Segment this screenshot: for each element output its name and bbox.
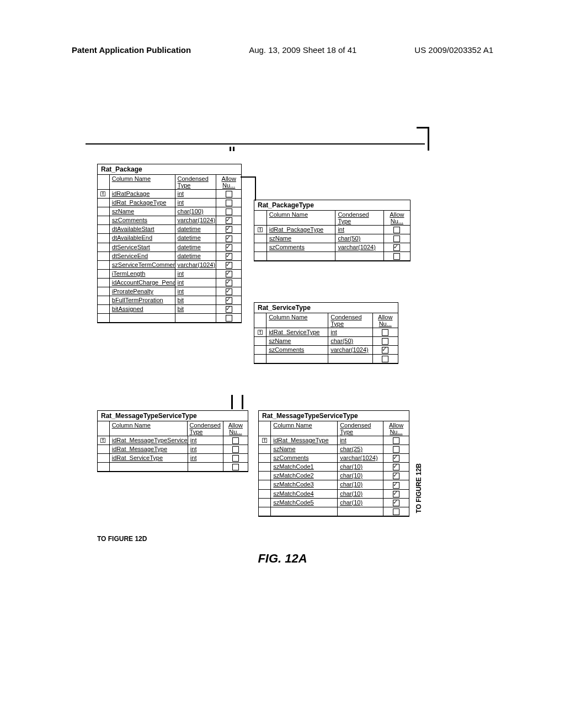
table-header-row: Column Name Condensed Type Allow Nu...: [254, 211, 410, 226]
checkbox-icon: [226, 280, 232, 286]
key-icon: [262, 437, 268, 443]
frame-right: [424, 143, 425, 538]
table-title: Rat_MessageTypeServiceType: [98, 411, 248, 421]
checkbox-icon: [226, 191, 232, 197]
checkbox-icon: [226, 217, 232, 224]
table-row: szMatchCode3 char(10): [259, 480, 409, 489]
connector: [241, 176, 256, 178]
table-rat-msgst-right: Rat_MessageTypeServiceType Column Name C…: [258, 410, 409, 517]
checkbox-icon: [393, 446, 399, 453]
page-header: Patent Application Publication Aug. 13, …: [0, 45, 565, 55]
checkbox-icon: [232, 464, 239, 470]
table-row: szMatchCode4 char(10): [259, 490, 409, 499]
checkbox-icon: [393, 508, 399, 515]
checkbox-icon: [232, 446, 239, 453]
table-row: szServiceTermComments varchar(1024): [98, 261, 241, 270]
table-row: idRat_MessageTypeServiceType int: [98, 436, 248, 445]
table-row: bFullTermProration bit: [98, 296, 241, 305]
checkbox-icon: [393, 227, 400, 233]
table-title: Rat_ServiceType: [254, 303, 398, 313]
table-row: [254, 355, 398, 363]
checkbox-icon: [393, 253, 400, 260]
table-row: szComments varchar(1024): [254, 346, 398, 355]
connector: [255, 176, 256, 201]
table-row: dtAvailableEnd datetime: [98, 234, 241, 243]
header-left: Patent Application Publication: [72, 45, 191, 55]
header-center: Aug. 13, 2009 Sheet 18 of 41: [249, 45, 356, 55]
key-icon: [100, 190, 106, 197]
ref-figure-12b: TO FIGURE 12B: [415, 463, 423, 513]
checkbox-icon: [393, 464, 399, 470]
checkbox-icon: [393, 455, 399, 462]
key-icon: [100, 437, 106, 443]
table-row: bitAssigned bit: [98, 305, 241, 314]
checkbox-icon: [382, 329, 388, 336]
checkbox-icon: [393, 437, 399, 444]
connector: [233, 147, 234, 151]
table-row: dtServiceEnd datetime: [98, 252, 241, 261]
table-row: idRat_PackageType int: [98, 199, 241, 207]
checkbox-icon: [382, 338, 388, 345]
table-row: idAccountCharge_Penalty int: [98, 279, 241, 287]
table-row: [98, 463, 248, 472]
checkbox-icon: [393, 473, 399, 479]
checkbox-icon: [226, 306, 232, 313]
table-row: dtServiceStart datetime: [98, 243, 241, 252]
checkbox-icon: [393, 500, 399, 506]
checkbox-icon: [226, 235, 232, 242]
table-row: idRat_MessageType int: [98, 445, 248, 454]
connector: [242, 395, 243, 409]
table-row: [254, 252, 410, 261]
table-row: szName char(25): [259, 445, 409, 454]
table-row: szName char(50): [254, 337, 398, 346]
checkbox-icon: [226, 315, 232, 322]
key-icon: [258, 329, 263, 335]
table-row: szMatchCode2 char(10): [259, 472, 409, 480]
table-row: szComments varchar(1024): [98, 216, 241, 225]
checkbox-icon: [226, 244, 232, 251]
table-header-row: Column Name Condensed Type Allow Nu...: [98, 421, 248, 436]
table-rat-packagetype: Rat_PackageType Column Name Condensed Ty…: [254, 200, 411, 261]
table-header-row: Column Name Condensed Type Allow Nu...: [259, 421, 409, 436]
table-rat-msgst-left: Rat_MessageTypeServiceType Column Name C…: [97, 410, 248, 472]
table-row: idRat_ServiceType int: [254, 328, 398, 337]
table-header-row: Column Name Condensed Type Allow Nu...: [98, 175, 241, 190]
table-row: szMatchCode5 char(10): [259, 499, 409, 507]
table-row: dtAvailableStart datetime: [98, 225, 241, 234]
checkbox-icon: [226, 200, 232, 206]
table-rat-servicetype: Rat_ServiceType Column Name Condensed Ty…: [254, 302, 398, 364]
table-row: szName char(50): [254, 234, 410, 243]
table-row: idRatPackage int: [98, 190, 241, 199]
frame-bracket-tr: [417, 127, 429, 151]
table-row: szName char(100): [98, 207, 241, 216]
checkbox-icon: [226, 262, 232, 269]
connector: [231, 395, 233, 409]
table-header-row: Column Name Condensed Type Allow Nu...: [254, 313, 398, 328]
figure-caption: FIG. 12A: [0, 552, 565, 566]
header-right: US 2009/0203352 A1: [414, 45, 493, 55]
table-row: szComments varchar(1024): [254, 243, 410, 252]
checkbox-icon: [382, 347, 388, 354]
table-title: Rat_Package: [98, 164, 241, 175]
checkbox-icon: [226, 271, 232, 277]
ref-figure-12d: TO FIGURE 12D: [97, 535, 147, 543]
table-row: [98, 314, 241, 323]
table-row: idRat_ServiceType int: [98, 454, 248, 463]
checkbox-icon: [382, 356, 388, 362]
table-title: Rat_MessageTypeServiceType: [259, 411, 409, 421]
checkbox-icon: [226, 288, 232, 295]
checkbox-icon: [226, 208, 232, 215]
checkbox-icon: [226, 226, 232, 233]
checkbox-icon: [232, 455, 239, 462]
checkbox-icon: [232, 437, 239, 444]
checkbox-icon: [226, 297, 232, 304]
frame-top: [86, 143, 425, 144]
table-title: Rat_PackageType: [254, 200, 410, 211]
checkbox-icon: [393, 235, 400, 242]
table-row: szMatchCode1 char(10): [259, 463, 409, 472]
table-row: idRat_PackageType int: [254, 226, 410, 234]
table-row: [259, 507, 409, 516]
table-row: iTermLength int: [98, 270, 241, 279]
checkbox-icon: [393, 244, 400, 251]
connector: [230, 147, 231, 151]
